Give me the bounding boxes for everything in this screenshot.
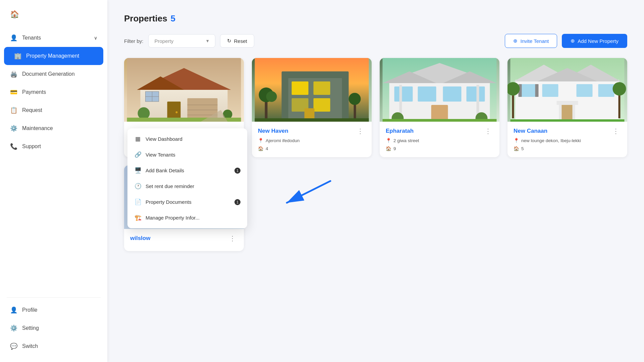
sidebar-item-property-management[interactable]: 🏢 Property Management <box>4 47 103 65</box>
add-new-property-button[interactable]: ⊕ Add New Property <box>562 34 627 48</box>
property-filter-select[interactable]: Property ▾ <box>148 34 215 48</box>
house-illustration-3 <box>380 58 499 122</box>
card-units-epharatah: 🏠 9 <box>386 146 493 151</box>
manage-icon: 🏗️ <box>134 214 142 221</box>
property-card-epharatah: Epharatah ⋮ 📍 2 giwa street 🏠 9 <box>380 58 499 157</box>
sidebar-item-payments[interactable]: 💳 Payments <box>0 83 107 101</box>
filter-select-value: Property <box>155 38 196 44</box>
property-image-testing-estate <box>124 58 244 122</box>
house-illustration-1 <box>124 58 244 122</box>
svg-rect-61 <box>535 84 539 97</box>
chevron-down-icon: ∨ <box>94 35 97 41</box>
sidebar-item-document-generation[interactable]: 🖨️ Document Generation <box>0 65 107 83</box>
dropdown-item-label: View Tenants <box>146 152 175 158</box>
dropdown-item-add-bank-details[interactable]: 🖥️ Add Bank Details 1 <box>127 163 247 178</box>
home-icon: 🏠 <box>258 146 264 151</box>
switch-icon: 💬 <box>10 343 17 350</box>
card-menu-button-new-haven[interactable]: ⋮ <box>355 127 366 135</box>
invite-tenant-button[interactable]: ⊕ Invite Tenant <box>505 34 557 48</box>
svg-rect-54 <box>577 84 593 97</box>
setting-icon: ⚙️ <box>10 324 17 332</box>
card-menu-button-epharatah[interactable]: ⋮ <box>483 127 493 135</box>
sidebar-item-label: Property Management <box>26 53 79 59</box>
svg-point-14 <box>138 107 150 119</box>
sidebar-logo: 🏠 <box>0 7 107 29</box>
card-title-new-canaan[interactable]: New Canaan <box>514 128 547 134</box>
svg-rect-37 <box>394 86 413 102</box>
sidebar-item-label: Request <box>22 107 42 113</box>
chevron-down-icon: ▾ <box>206 38 209 44</box>
logo-icon: 🏠 <box>10 10 19 18</box>
card-menu-button-new-canaan[interactable]: ⋮ <box>610 127 621 135</box>
card-location-epharatah: 📍 2 giwa street <box>386 138 493 143</box>
sidebar-item-support[interactable]: 📞 Support <box>0 137 107 156</box>
svg-rect-38 <box>418 86 436 102</box>
units-count: 4 <box>266 146 268 151</box>
sidebar: 🏠 👤 Tenants ∨ 🏢 Property Management 🖨️ D… <box>0 0 107 362</box>
home-icon: 🏠 <box>514 146 519 151</box>
maintenance-icon: ⚙️ <box>10 125 17 132</box>
clock-icon: 🕐 <box>134 183 142 190</box>
svg-rect-55 <box>598 84 614 97</box>
sidebar-item-setting[interactable]: ⚙️ Setting <box>0 319 107 337</box>
card-title-row: wilslow ⋮ <box>130 234 238 242</box>
property-card-testing-estate: Testing Estate ⋮ ▦ View Dashboard 🔗 View… <box>124 58 244 157</box>
request-icon: 📋 <box>10 107 17 114</box>
dropdown-item-property-documents[interactable]: 📄 Property Documents 1 <box>127 194 247 210</box>
dropdown-item-set-rent-reminder[interactable]: 🕐 Set rent due reminder <box>127 178 247 194</box>
dropdown-item-view-dashboard[interactable]: ▦ View Dashboard <box>127 131 247 147</box>
card-body-wilslow: wilslow ⋮ <box>124 229 244 251</box>
card-units-new-canaan: 🏠 5 <box>514 146 621 151</box>
svg-point-30 <box>349 93 361 105</box>
dropdown-item-label: Property Documents <box>146 199 192 205</box>
svg-rect-53 <box>542 84 558 97</box>
property-dropdown-menu: ▦ View Dashboard 🔗 View Tenants 🖥️ Add B… <box>127 128 247 228</box>
dropdown-item-manage-property-info[interactable]: 🏗️ Manage Property Infor... <box>127 210 247 226</box>
invite-icon: ⊕ <box>513 38 518 44</box>
sidebar-item-maintenance[interactable]: ⚙️ Maintenance <box>0 119 107 137</box>
sidebar-item-profile[interactable]: 👤 Profile <box>0 301 107 319</box>
reset-button[interactable]: ↻ Reset <box>220 34 254 48</box>
svg-rect-52 <box>521 84 537 97</box>
card-title-wilslow[interactable]: wilslow <box>130 235 150 242</box>
sidebar-item-tenants[interactable]: 👤 Tenants ∨ <box>0 29 107 47</box>
page-title-text: Properties <box>124 13 167 24</box>
svg-rect-40 <box>467 86 485 102</box>
svg-rect-22 <box>314 81 330 95</box>
sidebar-item-label: Profile <box>22 307 37 313</box>
page-header: Properties 5 <box>124 13 627 24</box>
card-title-row: New Haven ⋮ <box>258 127 366 135</box>
sidebar-item-switch[interactable]: 💬 Switch <box>0 337 107 355</box>
reset-label: Reset <box>234 38 247 44</box>
property-cards-grid: Testing Estate ⋮ ▦ View Dashboard 🔗 View… <box>124 58 627 157</box>
card-location-new-haven: 📍 Ajeromi ifedodun <box>258 138 366 143</box>
document-icon: 📄 <box>134 198 142 205</box>
dropdown-item-view-tenants[interactable]: 🔗 View Tenants <box>127 147 247 163</box>
reset-icon: ↻ <box>227 38 231 44</box>
card-title-epharatah[interactable]: Epharatah <box>386 128 414 134</box>
dropdown-item-label: Set rent due reminder <box>146 183 194 189</box>
card-menu-button-wilslow[interactable]: ⋮ <box>227 234 238 242</box>
sidebar-item-request[interactable]: 📋 Request <box>0 101 107 119</box>
property-management-icon: 🏢 <box>14 52 21 60</box>
add-label: Add New Property <box>578 38 619 44</box>
home-icon: 🏠 <box>386 146 391 151</box>
sidebar-bottom: 👤 Profile ⚙️ Setting 💬 Switch <box>0 294 107 355</box>
property-image-new-haven <box>252 58 372 122</box>
card-title-row: New Canaan ⋮ <box>514 127 621 135</box>
dropdown-item-label: Manage Property Infor... <box>146 215 200 221</box>
main-content: Properties 5 Filter by: Property ▾ ↻ Res… <box>107 0 644 362</box>
sidebar-item-label: Support <box>22 143 41 149</box>
card-title-new-haven[interactable]: New Haven <box>258 128 288 134</box>
card-title-row: Epharatah ⋮ <box>386 127 493 135</box>
filter-row: Filter by: Property ▾ ↻ Reset ⊕ Invite T… <box>124 34 627 48</box>
invite-label: Invite Tenant <box>520 38 549 44</box>
card-location-new-canaan: 📍 new lounge dekon, Ibeju-lekki <box>514 138 621 143</box>
payments-icon: 💳 <box>10 88 17 96</box>
page-title: Properties 5 <box>124 13 175 24</box>
dashboard-icon: ▦ <box>134 135 142 142</box>
dropdown-item-label: View Dashboard <box>146 136 182 142</box>
card-body-new-canaan: New Canaan ⋮ 📍 new lounge dekon, Ibeju-l… <box>507 122 627 157</box>
svg-rect-24 <box>314 98 330 112</box>
dropdown-item-label: Add Bank Details <box>146 168 184 173</box>
